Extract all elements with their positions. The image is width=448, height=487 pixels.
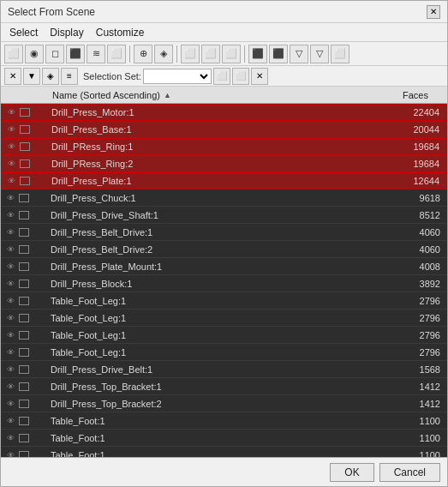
col-faces-header[interactable]: Faces [379,90,447,100]
table-row[interactable]: 👁Drill_Press_Base:120044 [1,121,447,138]
row-icons: 👁 [2,123,50,135]
col-name-header[interactable]: Name (Sorted Ascending) ▲ [1,90,379,100]
table-row[interactable]: 👁Table_Foot:11100 [1,430,447,447]
eye-icon[interactable]: 👁 [4,415,16,427]
eye-icon[interactable]: 👁 [4,192,16,204]
save-set-button[interactable]: ⬜ [213,68,230,85]
row-name: Drill_Press_Block:1 [49,279,396,289]
toolbar-btn-filter2[interactable]: ⬛ [269,45,288,63]
table-row[interactable]: 👁Drill_Press_Chuck:19618 [1,189,447,207]
toolbar-btn-box[interactable]: ⬜ [331,45,349,63]
filter-funnel-icon[interactable]: ▼ [23,68,40,85]
eye-icon[interactable]: 👁 [5,106,17,118]
toolbar-btn-filter[interactable]: ◈ [154,45,173,63]
toolbar-btn-window-cross[interactable]: ⊕ [134,45,152,63]
toolbar-btn-select-object[interactable]: ⬜ [4,45,23,63]
object-icon [19,141,31,153]
close-filter-button[interactable]: ✕ [251,68,268,85]
table-row[interactable]: 👁Drill_Press_Plate_Mount:14008 [1,258,447,275]
row-name: Table_Foot_Leg:1 [49,296,396,306]
filter-icon-extra[interactable]: ≡ [61,68,78,85]
table-row[interactable]: 👁Drill_Press_Drive_Shaft:18512 [1,207,447,224]
row-faces: 19684 [395,159,446,169]
object-icon [18,364,30,376]
object-icon [19,106,31,118]
eye-icon[interactable]: 👁 [4,432,16,444]
row-name: Drill_Press_Belt_Drive:2 [49,244,396,255]
table-row[interactable]: 👁Table_Foot_Leg:12796 [1,292,447,310]
table-row[interactable]: 👁Drill_Press_Belt_Drive:24060 [1,241,447,258]
row-faces: 1412 [396,382,447,392]
load-set-button[interactable]: ⬜ [232,68,249,85]
toolbar-btn-select-circle[interactable]: ◉ [25,45,44,63]
ok-button[interactable]: OK [330,463,373,482]
table-row[interactable]: 👁Table_Foot:11100 [1,447,447,457]
toolbar-btn-funnel[interactable]: ▽ [290,45,308,63]
eye-icon[interactable]: 👁 [5,141,17,153]
menu-display[interactable]: Display [45,25,88,40]
table-header: Name (Sorted Ascending) ▲ Faces [1,87,447,104]
row-name: Table_Foot:1 [49,416,396,426]
eye-icon[interactable]: 👁 [4,312,16,324]
toolbar-btn-sel-list[interactable]: ⬜ [107,45,126,63]
row-name: Drill_Press_Belt_Drive:1 [49,227,396,237]
eye-icon[interactable]: 👁 [4,329,16,341]
table-row[interactable]: 👁Table_Foot_Leg:12796 [1,310,447,327]
table-row[interactable]: 👁Table_Foot_Leg:12796 [1,327,447,344]
layer-filter-icon[interactable]: ◈ [42,68,59,85]
object-icon [18,244,30,256]
row-icons: 👁 [1,381,49,393]
eye-icon[interactable]: 👁 [5,175,17,187]
object-icon [18,295,30,307]
eye-icon[interactable]: 👁 [4,261,16,273]
toolbar-btn-display1[interactable]: ⬜ [201,45,220,63]
toolbar-btn-select-paint[interactable]: ≋ [87,45,105,63]
table-row[interactable]: 👁Table_Foot_Leg:12796 [1,344,447,361]
title-bar: Select From Scene ✕ [1,1,447,23]
row-faces: 1100 [396,433,447,443]
eye-icon[interactable]: 👁 [5,158,17,170]
eye-icon[interactable]: 👁 [4,364,16,376]
table-row[interactable]: 👁Drill_PRess_Ring:219684 [1,155,447,172]
row-name: Drill_Press_Top_Bracket:2 [49,399,396,409]
menu-bar: Select Display Customize [1,23,447,42]
table-row[interactable]: 👁Drill_Press_Top_Bracket:21412 [1,395,447,412]
menu-customize[interactable]: Customize [91,25,150,40]
toolbar-btn-filter1[interactable]: ⬛ [248,45,267,63]
table-row[interactable]: 👁Drill_Press_Top_Bracket:11412 [1,378,447,395]
table-body[interactable]: 👁Drill_Press_Motor:122404👁Drill_Press_Ba… [1,104,447,457]
eye-icon[interactable]: 👁 [4,209,16,221]
table-row[interactable]: 👁Drill_Press_Plate:112644 [1,172,447,189]
object-icon [18,312,30,324]
table-row[interactable]: 👁Drill_Press_Drive_Belt:11568 [1,361,447,378]
table-row[interactable]: 👁Drill_Press_Belt_Drive:14060 [1,224,447,241]
table-row[interactable]: 👁Drill_Press_Block:13892 [1,275,447,292]
table-row[interactable]: 👁Drill_Press_Motor:122404 [1,104,447,121]
eye-icon[interactable]: 👁 [4,449,16,458]
table-row[interactable]: 👁Drill_PRess_Ring:119684 [1,138,447,155]
eye-icon[interactable]: 👁 [4,278,16,290]
eye-icon[interactable]: 👁 [4,295,16,307]
row-icons: 👁 [1,432,49,444]
selection-set-combo[interactable] [143,69,212,84]
eye-icon[interactable]: 👁 [4,346,16,358]
row-faces: 8512 [396,210,447,220]
menu-select[interactable]: Select [4,25,43,40]
row-faces: 19684 [395,141,446,152]
toolbar-btn-list[interactable]: ⬜ [181,45,200,63]
row-faces: 1412 [396,399,447,409]
eye-icon[interactable]: 👁 [4,244,16,256]
eye-icon[interactable]: 👁 [4,398,16,410]
eye-icon[interactable]: 👁 [5,123,17,135]
toolbar-btn-funnel2[interactable]: ▽ [310,45,329,63]
eye-icon[interactable]: 👁 [4,226,16,238]
toolbar-btn-select-lasso[interactable]: ⬛ [66,45,85,63]
toolbar-btn-display2[interactable]: ⬜ [222,45,241,63]
table-row[interactable]: 👁Table_Foot:11100 [1,412,447,430]
cancel-button[interactable]: Cancel [379,463,440,482]
toolbar-btn-select-fence[interactable]: ◻ [45,45,64,63]
toolbar-sep-2 [176,45,177,63]
eye-icon[interactable]: 👁 [4,381,16,393]
clear-filter-button[interactable]: ✕ [4,68,21,85]
close-button[interactable]: ✕ [427,5,440,19]
